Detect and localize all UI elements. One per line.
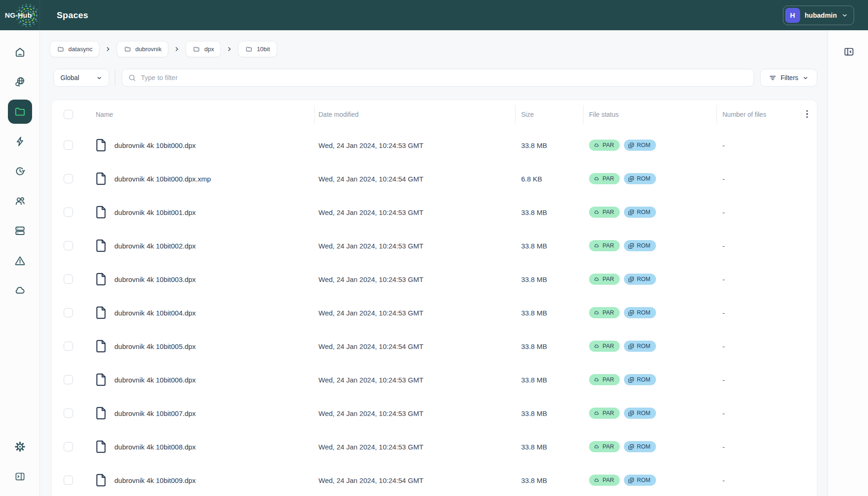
copy-icon — [628, 142, 634, 148]
copy-icon — [628, 276, 634, 282]
filter-search-input[interactable] — [141, 74, 748, 81]
logo-text: NG-Hub™ — [5, 11, 34, 19]
column-divider — [583, 105, 583, 124]
file-icon — [95, 339, 107, 353]
file-date-modified: Wed, 24 Jan 2024, 10:24:53 GMT — [318, 443, 424, 451]
breadcrumb-item-dubrovnik[interactable]: dubrovnik — [117, 41, 168, 57]
scope-dropdown[interactable]: Global — [53, 69, 109, 87]
history-icon — [14, 165, 26, 177]
table-options-menu[interactable] — [803, 107, 811, 121]
file-date-modified: Wed, 24 Jan 2024, 10:24:53 GMT — [318, 376, 424, 384]
file-icon — [95, 138, 107, 152]
select-all-checkbox[interactable] — [64, 110, 73, 119]
panel-collapse-button[interactable] — [843, 46, 855, 57]
app-logo[interactable]: NG-Hub™ — [0, 0, 40, 30]
file-count: - — [722, 275, 725, 283]
file-name: dubrovnik 4k 10bit008.dpx — [114, 443, 196, 451]
status-badge-rom: ROM — [624, 408, 656, 419]
user-menu-button[interactable]: H hubadmin — [783, 6, 854, 25]
column-divider — [515, 105, 516, 124]
file-count: - — [722, 175, 725, 183]
toolbar-divider — [115, 70, 115, 86]
status-badge-rom: ROM — [624, 240, 656, 251]
row-checkbox[interactable] — [64, 141, 73, 150]
file-status-badges: PAR ROM — [589, 274, 656, 285]
file-size: 33.8 MB — [521, 376, 547, 384]
sidebar-item-storage[interactable] — [8, 219, 32, 243]
column-header-status: File status — [589, 111, 619, 118]
folder-icon — [245, 46, 253, 53]
cloud-icon — [593, 310, 600, 315]
table-row[interactable]: dubrovnik 4k 10bit006.dpx Wed, 24 Jan 20… — [52, 363, 817, 396]
sidebar-item-discover[interactable] — [8, 70, 32, 94]
row-checkbox[interactable] — [64, 476, 73, 485]
row-checkbox[interactable] — [64, 275, 73, 284]
scope-dropdown-value: Global — [60, 74, 79, 81]
row-checkbox[interactable] — [64, 442, 73, 451]
row-checkbox[interactable] — [64, 174, 73, 183]
sidebar-item-settings[interactable] — [8, 435, 32, 459]
file-status-badges: PAR ROM — [589, 173, 656, 184]
chevron-down-icon — [841, 12, 848, 19]
sidebar-item-cloud[interactable] — [8, 278, 32, 302]
file-size: 33.8 MB — [521, 208, 547, 216]
table-body: dubrovnik 4k 10bit000.dpx Wed, 24 Jan 20… — [52, 128, 817, 496]
sidebar-item-spaces[interactable] — [8, 100, 32, 124]
table-row[interactable]: dubrovnik 4k 10bit000.dpx Wed, 24 Jan 20… — [52, 128, 817, 162]
table-row[interactable]: dubrovnik 4k 10bit000.dpx.xmp Wed, 24 Ja… — [52, 162, 817, 195]
table-row[interactable]: dubrovnik 4k 10bit005.dpx Wed, 24 Jan 20… — [52, 329, 817, 363]
row-checkbox[interactable] — [64, 409, 73, 418]
settings-icon — [14, 441, 26, 453]
chevron-down-icon — [96, 75, 102, 81]
sidebar-item-history[interactable] — [8, 159, 32, 183]
logo-tm: ™ — [32, 13, 34, 15]
row-checkbox[interactable] — [64, 208, 73, 217]
sidebar-item-users[interactable] — [8, 189, 32, 213]
file-size: 33.8 MB — [521, 476, 547, 484]
sidebar-item-home[interactable] — [8, 40, 32, 64]
row-checkbox[interactable] — [64, 308, 73, 317]
status-badge-par: PAR — [589, 307, 620, 318]
right-rail — [828, 30, 868, 496]
breadcrumb-label: 10bit — [257, 46, 270, 53]
file-date-modified: Wed, 24 Jan 2024, 10:24:53 GMT — [318, 275, 424, 283]
sidebar-item-alerts[interactable] — [8, 248, 32, 273]
column-header-files: Number of files — [722, 111, 766, 118]
sidebar-item-activity[interactable] — [8, 129, 32, 154]
user-name: hubadmin — [805, 12, 837, 19]
file-icon — [95, 172, 107, 186]
table-row[interactable]: dubrovnik 4k 10bit004.dpx Wed, 24 Jan 20… — [52, 296, 817, 329]
file-count: - — [722, 443, 725, 451]
table-row[interactable]: dubrovnik 4k 10bit009.dpx Wed, 24 Jan 20… — [52, 463, 817, 496]
cloud-icon — [593, 176, 600, 181]
breadcrumb-item-datasync[interactable]: datasync — [50, 41, 99, 57]
copy-icon — [628, 343, 634, 349]
copy-icon — [628, 377, 634, 383]
file-size: 33.8 MB — [521, 275, 547, 283]
file-name: dubrovnik 4k 10bit007.dpx — [114, 409, 196, 417]
table-row[interactable]: dubrovnik 4k 10bit002.dpx Wed, 24 Jan 20… — [52, 229, 817, 262]
table-row[interactable]: dubrovnik 4k 10bit007.dpx Wed, 24 Jan 20… — [52, 396, 817, 430]
filters-button[interactable]: Filters — [760, 69, 817, 87]
breadcrumb-item-10bit[interactable]: 10bit — [238, 41, 277, 57]
file-date-modified: Wed, 24 Jan 2024, 10:24:53 GMT — [318, 309, 424, 317]
breadcrumb-label: datasync — [68, 46, 93, 53]
file-status-badges: PAR ROM — [589, 207, 656, 218]
copy-icon — [628, 243, 634, 249]
status-badge-rom: ROM — [624, 374, 656, 385]
table-row[interactable]: dubrovnik 4k 10bit003.dpx Wed, 24 Jan 20… — [52, 262, 817, 296]
chevron-right-icon — [227, 47, 232, 52]
breadcrumb-item-dpx[interactable]: dpx — [186, 41, 221, 57]
status-badge-par: PAR — [589, 441, 620, 452]
copy-icon — [628, 444, 634, 450]
row-checkbox[interactable] — [64, 375, 73, 384]
table-row[interactable]: dubrovnik 4k 10bit001.dpx Wed, 24 Jan 20… — [52, 195, 817, 229]
file-icon — [95, 306, 107, 320]
table-row[interactable]: dubrovnik 4k 10bit008.dpx Wed, 24 Jan 20… — [52, 430, 817, 463]
file-status-badges: PAR ROM — [589, 240, 656, 251]
status-badge-rom: ROM — [624, 173, 656, 184]
row-checkbox[interactable] — [64, 241, 73, 250]
file-size: 6.8 KB — [521, 175, 542, 183]
sidebar-expand-button[interactable] — [8, 464, 32, 489]
row-checkbox[interactable] — [64, 342, 73, 351]
